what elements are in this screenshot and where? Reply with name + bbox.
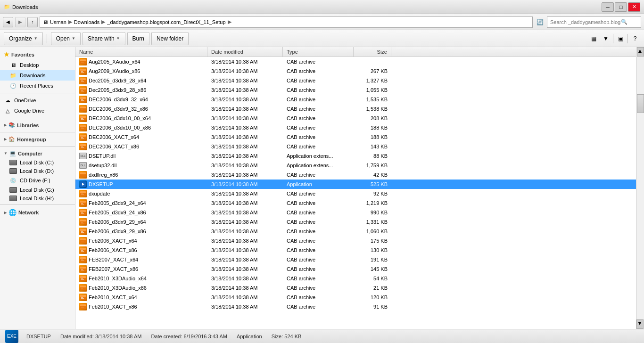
breadcrumb-folder[interactable]: _daddygameshop.blogspot.com_DirectX_11_S… <box>107 19 225 25</box>
search-input[interactable] <box>550 19 621 25</box>
file-size: 1,535 KB <box>354 96 391 103</box>
scrollbar-up-arrow[interactable]: ▲ <box>637 47 644 57</box>
sidebar-item-onedrive[interactable]: ☁ OneDrive <box>0 95 75 106</box>
table-row[interactable]: Feb2006_d3dx9_29_x86 3/18/2014 10:38 AM … <box>75 227 636 236</box>
new-folder-button[interactable]: New folder <box>151 32 189 45</box>
sidebar-item-cd-drive-f[interactable]: 💿 CD Drive (F:) <box>0 175 75 186</box>
table-row[interactable]: DEC2006_d3dx10_00_x64 3/18/2014 10:38 AM… <box>75 114 636 123</box>
sidebar-item-local-disk-h[interactable]: Local Disk (H:) <box>0 194 75 203</box>
table-row[interactable]: Dec2005_d3dx9_28_x64 3/18/2014 10:38 AM … <box>75 76 636 85</box>
file-type: CAB archive <box>283 294 354 301</box>
sidebar-header-network[interactable]: ▶ 🌐 Network <box>0 207 75 218</box>
share-button[interactable]: Share with ▼ <box>83 32 125 45</box>
column-header-type[interactable]: Type <box>283 47 354 57</box>
computer-icon: 💻 <box>9 150 16 156</box>
table-row[interactable]: dxupdate 3/18/2014 10:38 AM CAB archive … <box>75 189 636 198</box>
table-row[interactable]: FEB2007_XACT_x86 3/18/2014 10:38 AM CAB … <box>75 264 636 274</box>
vertical-scrollbar[interactable]: ▲ ▼ <box>636 47 644 329</box>
table-row[interactable]: Feb2006_d3dx9_29_x64 3/18/2014 10:38 AM … <box>75 217 636 227</box>
sidebar-item-downloads[interactable]: 📁 Downloads <box>0 70 75 81</box>
file-type: CAB archive <box>283 247 354 253</box>
sidebar-header-homegroup[interactable]: ▶ 🏠 Homegroup <box>0 134 75 144</box>
svg-rect-83 <box>80 276 86 278</box>
table-row[interactable]: Feb2005_d3dx9_24_x86 3/18/2014 10:38 AM … <box>75 208 636 217</box>
open-button[interactable]: Open ▼ <box>51 32 81 45</box>
up-button[interactable]: ↑ <box>27 17 38 27</box>
table-row[interactable]: Aug2009_XAudio_x86 3/18/2014 10:38 AM CA… <box>75 66 636 76</box>
table-row[interactable]: FEB2007_XACT_x64 3/18/2014 10:38 AM CAB … <box>75 255 636 264</box>
dll-icon: DLL <box>79 153 87 159</box>
search-box[interactable]: 🔍 <box>547 16 641 28</box>
forward-button[interactable]: ▶ <box>15 17 25 27</box>
file-size: 188 KB <box>354 124 391 131</box>
cab-icon <box>79 67 87 75</box>
svg-rect-72 <box>81 250 83 251</box>
column-header-name[interactable]: Name <box>75 47 207 57</box>
view-dropdown-button[interactable]: ▼ <box>601 33 611 44</box>
table-row[interactable]: Feb2010_XACT_x86 3/18/2014 10:38 AM CAB … <box>75 302 636 311</box>
table-row[interactable]: DEC2006_d3dx9_32_x86 3/18/2014 10:38 AM … <box>75 104 636 114</box>
table-row[interactable]: DEC2006_XACT_x86 3/18/2014 10:38 AM CAB … <box>75 142 636 151</box>
file-name: Feb2010_X3DAudio_x64 <box>75 274 207 283</box>
cab-icon <box>79 246 87 254</box>
address-path[interactable]: 🖥 Usman ▶ Downloads ▶ _daddygameshop.blo… <box>40 16 533 28</box>
file-date: 3/18/2014 10:38 AM <box>207 68 283 74</box>
close-button[interactable]: ✕ <box>628 2 640 12</box>
sidebar-item-desktop[interactable]: 🖥 Desktop <box>0 60 75 70</box>
column-header-date[interactable]: Date modified <box>207 47 283 57</box>
table-row[interactable]: DEC2006_XACT_x64 3/18/2014 10:38 AM CAB … <box>75 132 636 142</box>
sidebar-header-favorites[interactable]: ★ Favorites <box>0 49 75 60</box>
burn-button[interactable]: Burn <box>127 32 149 45</box>
back-button[interactable]: ◀ <box>3 17 13 27</box>
table-row[interactable]: Aug2005_XAudio_x64 3/18/2014 10:38 AM CA… <box>75 57 636 66</box>
scrollbar-thumb[interactable] <box>637 94 644 113</box>
sidebar-item-local-disk-d[interactable]: Local Disk (D:) <box>0 167 75 175</box>
preview-pane-button[interactable]: ▣ <box>615 33 626 44</box>
svg-rect-97 <box>81 308 84 308</box>
file-rows: Aug2005_XAudio_x64 3/18/2014 10:38 AM CA… <box>75 57 636 311</box>
maximize-button[interactable]: □ <box>615 2 627 12</box>
sidebar-item-local-disk-g[interactable]: Local Disk (G:) <box>0 186 75 194</box>
file-name: Dec2005_d3dx9_28_x86 <box>75 86 207 94</box>
table-row[interactable]: Feb2010_XACT_x64 3/18/2014 10:38 AM CAB … <box>75 293 636 302</box>
table-row[interactable]: Feb2005_d3dx9_24_x64 3/18/2014 10:38 AM … <box>75 198 636 208</box>
file-size: 990 KB <box>354 209 391 216</box>
table-row[interactable]: Feb2006_XACT_x86 3/18/2014 10:38 AM CAB … <box>75 245 636 255</box>
svg-rect-39 <box>81 147 84 148</box>
column-header-size[interactable]: Size <box>354 47 391 57</box>
table-row[interactable]: Feb2010_X3DAudio_x86 3/18/2014 10:38 AM … <box>75 283 636 293</box>
file-name: FEB2007_XACT_x86 <box>75 265 207 273</box>
table-row[interactable]: DLL dsetup32.dll 3/18/2014 10:38 AM Appl… <box>75 161 636 170</box>
table-row[interactable]: dxdllreg_x86 3/18/2014 10:38 AM CAB arch… <box>75 170 636 180</box>
table-row[interactable]: DLL DSETUP.dll 3/18/2014 10:38 AM Applic… <box>75 151 636 161</box>
breadcrumb-downloads[interactable]: Downloads <box>74 19 99 25</box>
sidebar-header-computer[interactable]: ▼ 💻 Computer <box>0 148 75 158</box>
organize-button[interactable]: Organize ▼ <box>4 32 43 45</box>
breadcrumb-usman[interactable]: Usman <box>50 19 66 25</box>
onedrive-label: OneDrive <box>14 98 36 103</box>
svg-rect-10 <box>81 81 83 81</box>
refresh-button[interactable]: 🔄 <box>535 17 545 27</box>
file-name: DLL dsetup32.dll <box>75 162 207 169</box>
sidebar-divider-2 <box>0 118 75 118</box>
table-row[interactable]: Feb2010_X3DAudio_x64 3/18/2014 10:38 AM … <box>75 274 636 283</box>
scrollbar-down-arrow[interactable]: ▼ <box>636 319 644 329</box>
file-type: CAB archive <box>283 275 354 282</box>
file-date: 3/18/2014 10:38 AM <box>207 124 283 131</box>
sidebar-section-computer: ▼ 💻 Computer Local Disk (C:) Local Disk … <box>0 148 75 203</box>
help-button[interactable]: ? <box>630 33 640 44</box>
svg-rect-14 <box>81 90 83 90</box>
table-row[interactable]: Dec2005_d3dx9_28_x86 3/18/2014 10:38 AM … <box>75 85 636 95</box>
sidebar-header-libraries[interactable]: ▶ 📚 Libraries <box>0 120 75 130</box>
svg-rect-67 <box>80 238 86 240</box>
svg-rect-79 <box>80 267 86 269</box>
table-row[interactable]: DEC2006_d3dx10_00_x86 3/18/2014 10:38 AM… <box>75 123 636 132</box>
sidebar-item-google-drive[interactable]: △ Google Drive <box>0 106 75 116</box>
table-row[interactable]: Feb2006_XACT_x64 3/18/2014 10:38 AM CAB … <box>75 236 636 245</box>
table-row[interactable]: DEC2006_d3dx9_32_x64 3/18/2014 10:38 AM … <box>75 95 636 104</box>
sidebar-item-recent-places[interactable]: 🕐 Recent Places <box>0 81 75 91</box>
table-row[interactable]: DXSETUP 3/18/2014 10:38 AM Application 5… <box>75 180 636 189</box>
view-details-button[interactable]: ▦ <box>588 33 599 44</box>
sidebar-item-local-disk-c[interactable]: Local Disk (C:) <box>0 158 75 167</box>
minimize-button[interactable]: ─ <box>602 2 614 12</box>
